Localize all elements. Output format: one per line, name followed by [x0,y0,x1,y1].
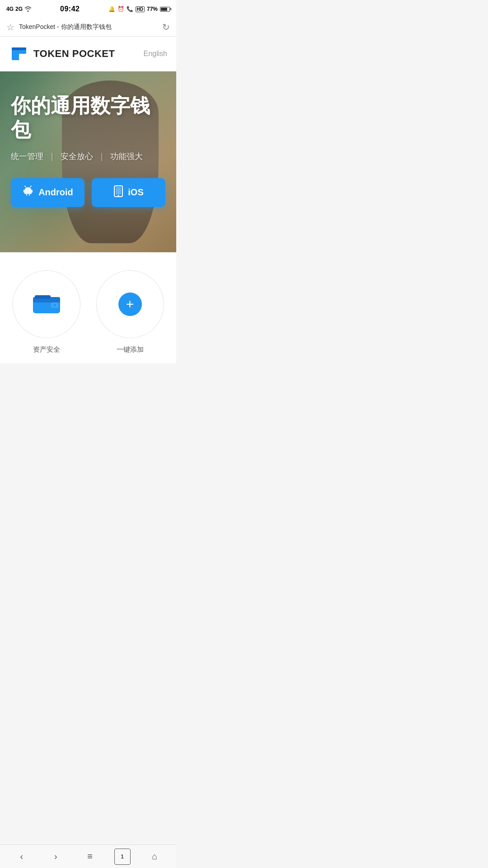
svg-rect-9 [26,194,27,196]
battery-icon [160,7,170,12]
hd-label: HD [136,6,145,12]
svg-point-15 [118,195,119,196]
hero-title: 你的通用数字钱包 [11,94,165,142]
hero-content: 你的通用数字钱包 统一管理 ｜ 安全放心 ｜ 功能强大 [0,71,176,221]
svg-rect-3 [12,47,26,50]
hero-subtitle: 统一管理 ｜ 安全放心 ｜ 功能强大 [11,151,165,162]
hero-feature-1: 统一管理 [11,151,43,162]
call-icon: 📞 [127,6,133,12]
divider-1: ｜ [48,151,56,162]
svg-line-11 [25,186,26,187]
wallet-icon [33,293,60,315]
url-display[interactable]: TokenPocket - 你的通用数字钱包 [19,23,158,31]
logo-text: TOKEN POCKET [33,48,115,60]
browser-bar: ☆ TokenPocket - 你的通用数字钱包 ↻ [0,18,176,37]
svg-rect-7 [23,190,24,193]
svg-point-19 [53,304,56,307]
feature-label-add: 一键添加 [117,345,144,354]
status-time: 09:42 [60,5,80,13]
wifi-icon [24,5,32,13]
alarm-icon: 🔔 [108,6,115,12]
svg-rect-20 [35,295,51,299]
svg-rect-8 [32,190,33,193]
bookmark-icon[interactable]: ☆ [6,22,14,33]
svg-rect-4 [19,54,26,60]
features-grid: 资产安全 + 一键添加 [9,270,167,354]
hero-section: 你的通用数字钱包 统一管理 ｜ 安全放心 ｜ 功能强大 [0,71,176,252]
feature-label-wallet: 资产安全 [33,345,60,354]
hero-feature-2: 安全放心 [61,151,93,162]
plus-icon: + [118,292,142,316]
feature-circle-add: + [96,270,164,338]
logo-icon [9,44,29,64]
status-bar: 4G 2G 09:42 🔔 ⏰ 📞 HD 77% [0,0,176,18]
svg-rect-10 [29,194,30,196]
status-right: 🔔 ⏰ 📞 HD 77% [108,6,170,12]
android-icon [22,185,34,200]
logo-container: TOKEN POCKET [9,44,115,64]
ios-icon [113,185,123,200]
site-header: TOKEN POCKET English [0,37,176,71]
ios-label: iOS [128,187,143,198]
divider-2: ｜ [98,151,106,162]
feature-item-add: + 一键添加 [93,270,167,354]
svg-rect-14 [116,187,121,194]
features-section: 资产安全 + 一键添加 [0,252,176,363]
svg-line-12 [30,186,31,187]
hero-feature-3: 功能强大 [110,151,143,162]
signal-2g: 2G [15,6,23,12]
status-left: 4G 2G [6,5,32,13]
battery-percent: 77% [147,6,158,12]
clock-icon: ⏰ [117,6,124,12]
ios-download-button[interactable]: iOS [92,178,165,207]
hero-buttons: Android iOS [11,178,165,207]
android-label: Android [38,187,73,198]
reload-icon[interactable]: ↻ [162,22,170,33]
signal-4g: 4G [6,6,14,12]
language-switch[interactable]: English [144,50,167,58]
feature-circle-wallet [13,270,80,338]
feature-item-wallet: 资产安全 [9,270,84,354]
android-download-button[interactable]: Android [11,178,84,207]
